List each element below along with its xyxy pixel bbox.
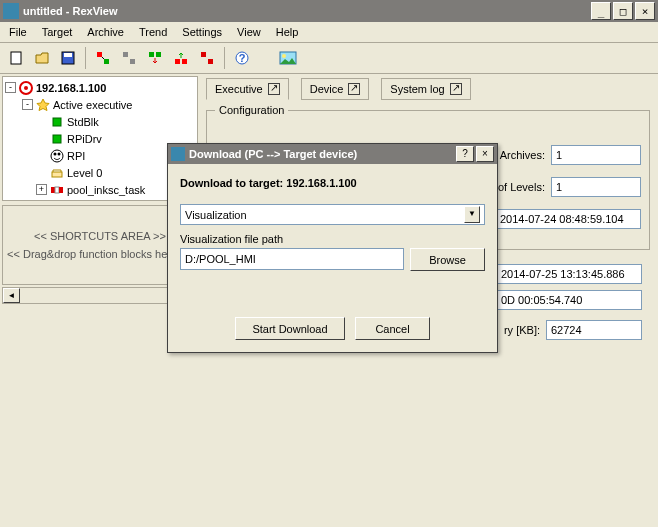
svg-rect-27	[55, 187, 59, 193]
dialog-help-button[interactable]: ?	[456, 146, 474, 162]
exec-icon	[36, 98, 50, 112]
svg-rect-2	[64, 53, 72, 57]
memory-label: ry [KB]:	[504, 324, 540, 336]
menu-target[interactable]: Target	[35, 24, 80, 40]
svg-rect-13	[208, 59, 213, 64]
close-button[interactable]: ×	[635, 2, 655, 20]
memory-input[interactable]	[546, 320, 642, 340]
download-dialog: Download (PC --> Target device) ? × Down…	[167, 143, 498, 353]
svg-point-22	[51, 150, 63, 162]
start-download-button[interactable]: Start Download	[235, 317, 345, 340]
cancel-button[interactable]: Cancel	[355, 317, 430, 340]
tree-active-exec[interactable]: - Active executive	[5, 96, 195, 113]
tab-systemlog[interactable]: System log	[381, 78, 470, 100]
maximize-button[interactable]: □	[613, 2, 633, 20]
menu-settings[interactable]: Settings	[175, 24, 229, 40]
svg-rect-8	[149, 52, 154, 57]
collapse-icon[interactable]: -	[5, 82, 16, 93]
window-title: untitled - RexView	[23, 5, 591, 17]
menu-help[interactable]: Help	[269, 24, 306, 40]
scroll-left-button[interactable]: ◄	[3, 288, 20, 303]
dialog-icon	[171, 147, 185, 161]
module-icon	[50, 132, 64, 146]
timestamp1-input[interactable]	[495, 209, 641, 229]
tree-item-stdblk[interactable]: StdBlk	[5, 113, 195, 130]
tree-root-label: 192.168.1.100	[36, 82, 106, 94]
svg-rect-10	[175, 59, 180, 64]
shortcuts-label1: << SHORTCUTS AREA >>	[34, 230, 166, 242]
tree-item-label: RPiDrv	[67, 133, 102, 145]
svg-rect-0	[11, 52, 21, 64]
save-button[interactable]	[56, 46, 80, 70]
expand-icon[interactable]: +	[36, 184, 47, 195]
tree-root[interactable]: - 192.168.1.100	[5, 79, 195, 96]
menubar: File Target Archive Trend Settings View …	[0, 22, 658, 43]
popout-icon[interactable]	[450, 83, 462, 95]
dialog-heading: Download to target: 192.168.1.100	[180, 176, 485, 190]
path-input[interactable]	[180, 248, 404, 270]
app-icon	[3, 3, 19, 19]
svg-rect-11	[182, 59, 187, 64]
svg-point-24	[58, 152, 61, 155]
tree-item-label: StdBlk	[67, 116, 99, 128]
target-icon	[19, 81, 33, 95]
download-button[interactable]	[143, 46, 167, 70]
minimize-button[interactable]: _	[591, 2, 611, 20]
svg-rect-4	[104, 59, 109, 64]
configuration-legend: Configuration	[215, 104, 288, 116]
dialog-titlebar[interactable]: Download (PC --> Target device) ? ×	[168, 144, 497, 164]
disconnect-button[interactable]	[117, 46, 141, 70]
new-button[interactable]	[4, 46, 28, 70]
svg-rect-9	[156, 52, 161, 57]
dialog-close-button[interactable]: ×	[476, 146, 494, 162]
tree-active-exec-label: Active executive	[53, 99, 132, 111]
chevron-down-icon[interactable]: ▼	[464, 206, 480, 223]
menu-trend[interactable]: Trend	[132, 24, 174, 40]
dialog-body: Download to target: 192.168.1.100 Visual…	[168, 164, 497, 352]
shortcuts-label2: << Drag&drop function blocks here >>	[7, 248, 193, 260]
level-icon	[50, 166, 64, 180]
menu-view[interactable]: View	[230, 24, 268, 40]
menu-file[interactable]: File	[2, 24, 34, 40]
module-icon	[50, 115, 64, 129]
tree-item-label: RPI	[67, 150, 85, 162]
browse-button[interactable]: Browse	[410, 248, 485, 271]
svg-point-17	[282, 54, 286, 58]
svg-rect-7	[130, 59, 135, 64]
svg-point-23	[54, 152, 57, 155]
levels-input[interactable]	[551, 177, 641, 197]
titlebar: untitled - RexView _ □ ×	[0, 0, 658, 22]
popout-icon[interactable]	[268, 83, 280, 95]
sync-button[interactable]	[195, 46, 219, 70]
field-memory: ry [KB]:	[496, 320, 642, 340]
uptime-input[interactable]	[496, 290, 642, 310]
archives-input[interactable]	[551, 145, 641, 165]
collapse-icon[interactable]: -	[22, 99, 33, 110]
toolbar: ?	[0, 43, 658, 74]
tab-executive[interactable]: Executive	[206, 78, 289, 100]
dialog-title: Download (PC --> Target device)	[189, 148, 454, 160]
driver-icon	[50, 149, 64, 163]
image-button[interactable]	[276, 46, 300, 70]
svg-rect-3	[97, 52, 102, 57]
type-select[interactable]: Visualization ▼	[180, 204, 485, 225]
svg-rect-26	[51, 187, 55, 193]
task-icon	[50, 183, 64, 197]
svg-line-5	[102, 57, 104, 59]
open-button[interactable]	[30, 46, 54, 70]
svg-rect-21	[53, 135, 61, 143]
tab-device[interactable]: Device	[301, 78, 370, 100]
tree-item-label: pool_inksc_task	[67, 184, 145, 196]
svg-point-19	[24, 86, 28, 90]
upload-button[interactable]	[169, 46, 193, 70]
menu-archive[interactable]: Archive	[80, 24, 131, 40]
tree-item-label: Level 0	[67, 167, 102, 179]
window-buttons: _ □ ×	[591, 2, 655, 20]
connect-button[interactable]	[91, 46, 115, 70]
svg-rect-25	[52, 172, 62, 177]
help-button[interactable]: ?	[230, 46, 254, 70]
popout-icon[interactable]	[348, 83, 360, 95]
type-select-value: Visualization	[185, 209, 247, 221]
path-label: Visualization file path	[180, 233, 485, 245]
timestamp2-input[interactable]	[496, 264, 642, 284]
